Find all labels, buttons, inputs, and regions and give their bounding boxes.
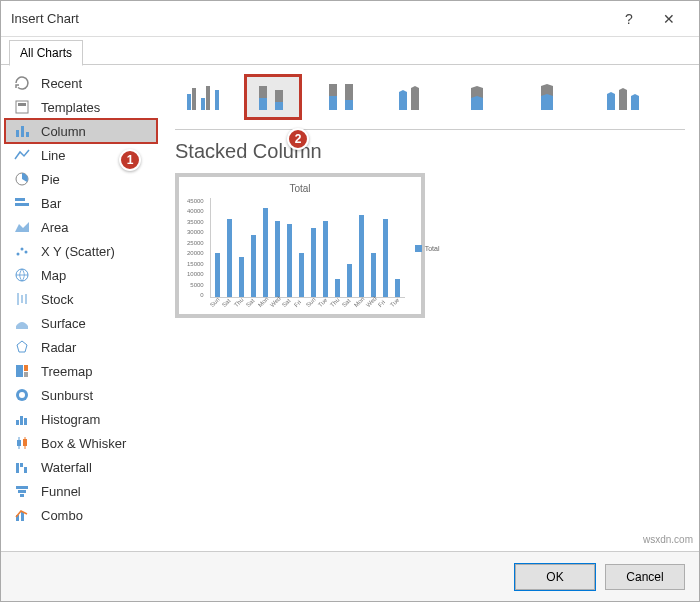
svg-rect-31 [24, 467, 27, 473]
pie-icon [13, 170, 31, 188]
sidebar-item-sunburst[interactable]: Sunburst [5, 383, 157, 407]
titlebar: Insert Chart ? ✕ [1, 1, 699, 37]
svg-rect-43 [259, 98, 267, 110]
combo-icon [13, 506, 31, 524]
stock-icon [13, 290, 31, 308]
svg-rect-38 [192, 88, 196, 110]
sidebar-item-label: Waterfall [41, 460, 92, 475]
sidebar-item-treemap[interactable]: Treemap [5, 359, 157, 383]
sidebar-item-label: Map [41, 268, 66, 283]
svg-point-21 [19, 392, 25, 398]
sidebar-item-scatter[interactable]: X Y (Scatter) [5, 239, 157, 263]
sidebar-item-label: Funnel [41, 484, 81, 499]
waterfall-icon [13, 458, 31, 476]
dialog-title: Insert Chart [11, 11, 609, 26]
sidebar-item-map[interactable]: Map [5, 263, 157, 287]
svg-rect-7 [15, 203, 29, 206]
svg-rect-32 [16, 486, 28, 489]
svg-rect-47 [329, 96, 337, 110]
sidebar-item-recent[interactable]: Recent [5, 71, 157, 95]
subtype-stacked-column[interactable] [245, 75, 301, 119]
subtype-100-stacked-column[interactable] [315, 75, 371, 119]
sidebar-item-combo[interactable]: Combo [5, 503, 157, 527]
sidebar-item-area[interactable]: Area [5, 215, 157, 239]
sidebar-item-label: Bar [41, 196, 61, 211]
legend-swatch [415, 245, 422, 252]
svg-rect-2 [16, 130, 19, 137]
annotation-badge-1: 1 [119, 149, 141, 171]
svg-rect-4 [26, 132, 29, 137]
legend: Total [415, 245, 440, 252]
column-subtype-row [175, 75, 685, 119]
funnel-icon [13, 482, 31, 500]
legend-label: Total [425, 245, 440, 252]
svg-marker-8 [15, 222, 29, 232]
chart-preview[interactable]: Total 4500040000350003000025000200001500… [175, 173, 425, 318]
subtype-3d-clustered-column[interactable] [385, 75, 441, 119]
cancel-button[interactable]: Cancel [605, 564, 685, 590]
svg-rect-26 [17, 440, 21, 446]
svg-rect-30 [20, 463, 23, 467]
chart-main-panel: Stacked Column Total 4500040000350003000… [161, 65, 699, 551]
svg-marker-50 [399, 90, 407, 110]
help-button[interactable]: ? [609, 11, 649, 27]
svg-point-11 [25, 251, 28, 254]
treemap-icon [13, 362, 31, 380]
radar-icon [13, 338, 31, 356]
svg-rect-19 [24, 372, 28, 377]
svg-rect-1 [18, 103, 26, 106]
subtype-clustered-column[interactable] [175, 75, 231, 119]
sidebar-item-funnel[interactable]: Funnel [5, 479, 157, 503]
sidebar-item-label: Treemap [41, 364, 93, 379]
svg-rect-34 [20, 494, 24, 497]
sidebar-item-stock[interactable]: Stock [5, 287, 157, 311]
x-axis: SunSatThuSatMonWedSatFriSunTueThuSatMonW… [209, 298, 413, 310]
column-icon [13, 122, 31, 140]
svg-rect-6 [15, 198, 25, 201]
svg-marker-16 [17, 341, 27, 352]
sidebar-item-label: Recent [41, 76, 82, 91]
svg-marker-58 [631, 94, 639, 110]
close-button[interactable]: ✕ [649, 11, 689, 27]
sidebar-item-label: Sunburst [41, 388, 93, 403]
svg-rect-36 [21, 512, 24, 521]
chart-body: 4500040000350003000025000200001500010000… [187, 198, 413, 298]
boxwhisker-icon [13, 434, 31, 452]
sidebar-item-histogram[interactable]: Histogram [5, 407, 157, 431]
svg-rect-29 [16, 463, 19, 473]
sidebar-item-templates[interactable]: Templates [5, 95, 157, 119]
sidebar-item-bar[interactable]: Bar [5, 191, 157, 215]
subtype-3d-stacked-column[interactable] [455, 75, 511, 119]
sidebar-item-label: Templates [41, 100, 100, 115]
sidebar-item-surface[interactable]: Surface [5, 311, 157, 335]
bar-icon [13, 194, 31, 212]
sidebar-item-waterfall[interactable]: Waterfall [5, 455, 157, 479]
tab-all-charts[interactable]: All Charts [9, 40, 83, 66]
dialog-footer: OK Cancel [1, 551, 699, 601]
svg-rect-40 [206, 86, 210, 110]
sidebar-item-boxwhisker[interactable]: Box & Whisker [5, 431, 157, 455]
svg-rect-45 [275, 102, 283, 110]
svg-rect-39 [201, 98, 205, 110]
templates-icon [13, 98, 31, 116]
sidebar-item-column[interactable]: Column [5, 119, 157, 143]
svg-rect-24 [24, 418, 27, 425]
scatter-icon [13, 242, 31, 260]
svg-rect-37 [187, 94, 191, 110]
sidebar-item-label: Box & Whisker [41, 436, 126, 451]
subtype-3d-100-stacked-column[interactable] [525, 75, 581, 119]
subtype-3d-column[interactable] [595, 75, 651, 119]
divider [175, 129, 685, 130]
sidebar-item-label: X Y (Scatter) [41, 244, 115, 259]
sidebar-item-label: Combo [41, 508, 83, 523]
sidebar-item-pie[interactable]: Pie [5, 167, 157, 191]
insert-chart-dialog: Insert Chart ? ✕ All Charts Recent Templ… [0, 0, 700, 602]
sunburst-icon [13, 386, 31, 404]
y-axis: 4500040000350003000025000200001500010000… [187, 198, 204, 298]
sidebar-item-radar[interactable]: Radar [5, 335, 157, 359]
sidebar-item-label: Surface [41, 316, 86, 331]
ok-button[interactable]: OK [515, 564, 595, 590]
area-icon [13, 218, 31, 236]
dialog-body: Recent Templates Column Line Pie Bar [1, 65, 699, 551]
svg-rect-17 [16, 365, 23, 377]
